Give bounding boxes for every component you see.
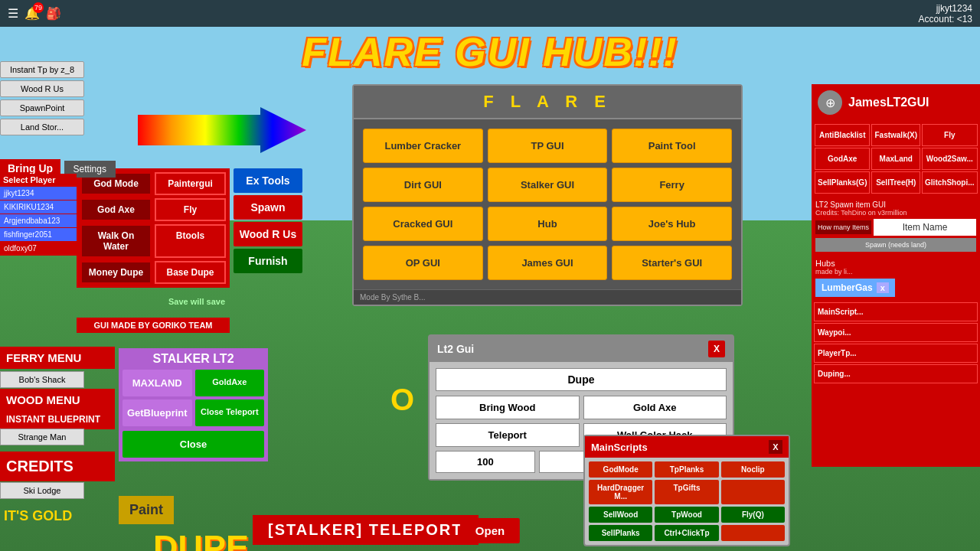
player-item-2[interactable]: Argjendbaba123 <box>0 214 77 227</box>
spawn-button[interactable]: Spawn <box>234 195 302 220</box>
ms-noclip-btn[interactable]: Noclip <box>721 461 785 478</box>
ms-sellplanks-btn[interactable]: SellPlanks <box>589 525 652 541</box>
ferry-menu: FERRY MENU <box>0 347 115 369</box>
cracked-gui-btn[interactable]: Cracked GUI <box>363 207 483 241</box>
james-gui-btn[interactable]: James GUI <box>488 246 608 280</box>
strange-man-button[interactable]: Strange Man <box>0 429 84 445</box>
james-mainscript-btn[interactable]: MainScript... <box>814 302 978 321</box>
spawnpoint-button[interactable]: SpawnPoint <box>0 99 84 116</box>
player-item-3[interactable]: fishfinger2051 <box>0 228 77 241</box>
stalker-gui-btn[interactable]: Stalker GUI <box>488 168 608 202</box>
ms-fly-q-btn[interactable]: Fly(Q) <box>721 507 785 523</box>
ms-ctrl-clicktp-btn[interactable]: Ctrl+ClickTp <box>655 525 718 541</box>
james-lumbergas-close[interactable]: x <box>877 282 889 293</box>
tp-gui-btn[interactable]: TP GUI <box>488 129 608 163</box>
james-glitchshopi-btn[interactable]: GlitchShopi... <box>922 171 977 194</box>
james-sellplanks-btn[interactable]: SellPlanks(G) <box>815 171 870 194</box>
flare-header: F L A R E <box>354 86 741 119</box>
james-right-btns: MainScript... Waypoi... PlayerTp... Dupi… <box>812 300 980 386</box>
starters-gui-btn[interactable]: Starter's GUI <box>612 246 732 280</box>
money-dupe-button[interactable]: Money Dupe <box>80 261 152 284</box>
lt2-gold-axe-button[interactable]: Gold Axe <box>583 396 727 419</box>
its-gold-text: IT'S GOLD <box>4 508 72 524</box>
ms-tpwood-btn[interactable]: TpWood <box>655 507 718 523</box>
player-item-4[interactable]: oldfoxy07 <box>0 242 77 255</box>
paint-tool-btn[interactable]: Paint Tool <box>612 129 732 163</box>
furnish-button[interactable]: Furnish <box>234 249 302 273</box>
lt2-dupe-button[interactable]: Dupe <box>436 368 727 391</box>
james-maxland-btn[interactable]: MaxLand <box>871 148 920 170</box>
player-item-1[interactable]: KIKIRIKU1234 <box>0 201 77 214</box>
ski-lodge-button[interactable]: Ski Lodge <box>0 482 84 499</box>
stalker-goldaxe-btn[interactable]: GoldAxe <box>195 370 265 396</box>
lt2-title: Lt2 Gui <box>437 343 474 355</box>
james-credits-label: Credits: TehDino on v3rmillion <box>815 209 976 217</box>
wood-r-us-button[interactable]: Wood R Us <box>0 80 84 97</box>
fly-button[interactable]: Fly <box>155 198 226 221</box>
main-title: FLARE GUI HUB!!! <box>302 29 678 75</box>
ferry-btn[interactable]: Ferry <box>612 168 732 202</box>
hub-btn[interactable]: Hub <box>488 207 608 241</box>
james-spawn-section: LT2 Spawn item GUI Credits: TehDino on v… <box>812 197 980 256</box>
stalker-getblueprint-btn[interactable]: GetBlueprint <box>122 399 192 426</box>
player-item-0[interactable]: jjkyt1234 <box>0 187 77 200</box>
base-dupe-button[interactable]: Base Dupe <box>155 261 226 284</box>
ms-tpgifts-btn[interactable]: TpGifts <box>655 480 718 504</box>
dirt-gui-btn[interactable]: Dirt GUI <box>363 168 483 202</box>
lt2-bring-wood-button[interactable]: Bring Wood <box>436 396 580 419</box>
bag-icon[interactable]: 🎒 <box>46 6 61 21</box>
james-item-name[interactable]: Item Name <box>874 219 976 236</box>
instant-tp-button[interactable]: Instant Tp by z_8 <box>0 61 84 78</box>
james-playertp-btn[interactable]: PlayerTp... <box>814 344 978 363</box>
ms-close-button[interactable]: X <box>769 440 782 454</box>
ms-godmode-btn[interactable]: GodMode <box>589 461 652 478</box>
stalker-close-teleport-btn[interactable]: Close Teleport <box>195 399 265 426</box>
james-menu-icon[interactable]: ⊕ <box>818 90 842 115</box>
james-antiblacklist-btn[interactable]: AntiBlacklist <box>815 124 870 146</box>
lt2-speed-value[interactable]: 100 <box>436 451 535 473</box>
stalker-close-btn[interactable]: Close <box>122 431 264 458</box>
notification-icon[interactable]: 🔔 79 <box>24 6 40 21</box>
james-hubs-label: Hubs <box>815 259 976 268</box>
account-label: Account: <13 <box>919 14 972 24</box>
james-wood2saw-btn[interactable]: Wood2Saw... <box>922 148 977 170</box>
bobs-shack-button[interactable]: Bob's Shack <box>0 371 84 388</box>
btools-button[interactable]: Btools <box>155 224 226 258</box>
james-waypoint-btn[interactable]: Waypoi... <box>814 323 978 342</box>
james-header: ⊕ JamesLT2GUI <box>812 84 980 121</box>
james-duping-btn[interactable]: Duping... <box>814 364 978 383</box>
hamburger-icon[interactable]: ☰ <box>8 6 18 21</box>
stalker-maxland-btn[interactable]: MAXLAND <box>122 370 192 396</box>
paintergui-button[interactable]: Paintergui <box>155 172 226 195</box>
james-godaxe-btn[interactable]: GodAxe <box>815 148 870 170</box>
joes-hub-btn[interactable]: Joe's Hub <box>612 207 732 241</box>
stalker-title: STALKER LT2 <box>122 352 264 366</box>
credits-button[interactable]: CREDITS <box>0 452 115 481</box>
land-stor-button[interactable]: Land Stor... <box>0 119 84 135</box>
left-panel: Instant Tp by z_8 Wood R Us SpawnPoint L… <box>0 61 84 135</box>
gui-grid: God Mode Paintergui God Axe Fly Walk On … <box>80 172 226 284</box>
ms-sellwood-btn[interactable]: SellWood <box>589 507 652 523</box>
wood-r-us-right-button[interactable]: Wood R Us <box>234 222 302 246</box>
god-axe-button[interactable]: God Axe <box>80 198 152 221</box>
ex-tools-button[interactable]: Ex Tools <box>234 168 302 193</box>
james-fastwalk-btn[interactable]: Fastwalk(X) <box>871 124 920 146</box>
ms-tpplanks-btn[interactable]: TpPlanks <box>655 461 718 478</box>
james-lumbergas-button[interactable]: LumberGas x <box>815 279 895 297</box>
walk-on-water-button[interactable]: Walk On Water <box>80 224 152 258</box>
james-title: JamesLT2GUI <box>848 96 929 109</box>
select-player-header: Select Player <box>0 174 77 186</box>
op-gui-btn[interactable]: OP GUI <box>363 246 483 280</box>
lt2-close-button[interactable]: X <box>708 341 725 357</box>
rainbow-arrow <box>138 107 306 153</box>
open-button[interactable]: Open <box>460 518 520 543</box>
stalker-panel: STALKER LT2 MAXLAND GoldAxe GetBlueprint… <box>119 348 268 461</box>
james-spawn-button[interactable]: Spawn (needs land) <box>815 238 976 252</box>
james-selltree-btn[interactable]: SellTree(H) <box>871 171 920 194</box>
james-fly-btn[interactable]: Fly <box>922 124 977 146</box>
lt2-teleport-button[interactable]: Teleport <box>436 423 580 447</box>
ms-harddragger-btn[interactable]: HardDragger M... <box>589 480 652 504</box>
paint-area: Paint <box>119 496 174 524</box>
james-how-many-text: How many Items <box>818 223 869 231</box>
lumber-cracker-btn[interactable]: Lumber Cracker <box>363 129 483 163</box>
